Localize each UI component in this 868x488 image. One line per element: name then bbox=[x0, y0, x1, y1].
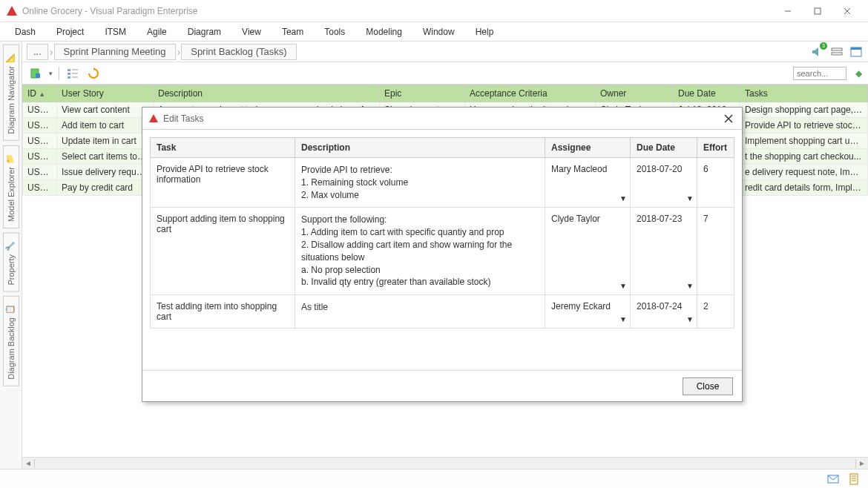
table-cell[interactable]: US025 bbox=[23, 102, 57, 118]
menu-view[interactable]: View bbox=[231, 24, 272, 40]
document-icon[interactable] bbox=[847, 472, 861, 486]
col-epic[interactable]: Epic bbox=[380, 85, 465, 102]
menu-window[interactable]: Window bbox=[412, 24, 465, 40]
due-date-cell[interactable]: 2018-07-23▼ bbox=[631, 208, 697, 295]
menu-help[interactable]: Help bbox=[465, 24, 504, 40]
task-row[interactable]: Provide API to retrieve stock informatio… bbox=[151, 158, 734, 208]
dialog-titlebar: Edit Tasks bbox=[142, 108, 742, 130]
table-cell[interactable]: Provide API to retrieve stock informati.… bbox=[740, 118, 868, 133]
status-bar bbox=[0, 469, 868, 488]
table-cell[interactable]: Design shopping cart page, Implemen... bbox=[740, 102, 868, 118]
task-name-cell[interactable]: Provide API to retrieve stock informatio… bbox=[151, 158, 295, 208]
menu-diagram[interactable]: Diagram bbox=[177, 24, 231, 40]
task-description-cell[interactable]: As title bbox=[295, 295, 545, 329]
menu-agile[interactable]: Agile bbox=[137, 24, 177, 40]
refresh-icon[interactable] bbox=[86, 66, 101, 81]
mail-icon[interactable] bbox=[826, 472, 840, 486]
switch-view-icon[interactable] bbox=[829, 44, 844, 59]
menu-itsm[interactable]: ITSM bbox=[94, 24, 137, 40]
menu-modeling[interactable]: Modeling bbox=[355, 24, 412, 40]
breadcrumb-sprint-backlog[interactable]: Sprint Backlog (Tasks) bbox=[181, 44, 296, 60]
dropdown-arrow-icon[interactable]: ▼ bbox=[686, 315, 694, 323]
sidetab-diagram-backlog[interactable]: Diagram Backlog 📋 bbox=[3, 296, 19, 386]
menu-dash[interactable]: Dash bbox=[4, 24, 46, 40]
assignee-cell[interactable]: Clyde Taylor▼ bbox=[545, 208, 631, 295]
window-close-button[interactable] bbox=[832, 0, 862, 22]
table-cell[interactable]: redit card details form, Imple... bbox=[740, 180, 868, 196]
chevron-right-icon: › bbox=[177, 46, 181, 58]
task-row[interactable]: Support adding item to shopping cartSupp… bbox=[151, 208, 734, 295]
dlg-col-assignee[interactable]: Assignee bbox=[545, 138, 631, 158]
dlg-col-effort[interactable]: Effort bbox=[697, 138, 734, 158]
table-cell[interactable]: US028 bbox=[23, 149, 57, 165]
assignee-cell[interactable]: Mary Macleod▼ bbox=[545, 158, 631, 208]
announce-icon[interactable]: 3 bbox=[810, 44, 825, 59]
col-due-date[interactable]: Due Date bbox=[674, 85, 740, 102]
dropdown-arrow-icon[interactable]: ▼ bbox=[619, 282, 627, 290]
search-input[interactable] bbox=[793, 67, 846, 80]
due-date-cell[interactable]: 2018-07-20▼ bbox=[631, 158, 697, 208]
property-icon: 🔧 bbox=[5, 240, 17, 251]
table-cell[interactable]: Add item to cart bbox=[57, 118, 154, 133]
task-row[interactable]: Test adding item into shopping cartAs ti… bbox=[151, 295, 734, 329]
dropdown-arrow-icon[interactable]: ▼ bbox=[619, 194, 627, 202]
new-item-icon[interactable] bbox=[28, 66, 43, 81]
table-cell[interactable]: US029 bbox=[23, 165, 57, 180]
menu-team[interactable]: Team bbox=[272, 24, 314, 40]
window-title: Online Grocery - Visual Paradigm Enterpr… bbox=[22, 6, 773, 16]
scroll-right-icon[interactable]: ► bbox=[856, 459, 868, 467]
table-cell[interactable]: t the shopping cart checkou... bbox=[740, 149, 868, 165]
sidetab-property[interactable]: Property 🔧 bbox=[3, 233, 19, 292]
col-description[interactable]: Description bbox=[154, 85, 380, 102]
breadcrumb: ... › Sprint Planning Meeting › Sprint B… bbox=[22, 42, 868, 62]
dlg-col-description[interactable]: Description bbox=[295, 138, 545, 158]
scroll-left-icon[interactable]: ◄ bbox=[22, 459, 34, 467]
task-name-cell[interactable]: Support adding item to shopping cart bbox=[151, 208, 295, 295]
dialog-close-button[interactable] bbox=[721, 111, 736, 126]
table-cell[interactable]: US026 bbox=[23, 118, 57, 133]
task-description-cell[interactable]: Provide API to retrieve:1. Remaining sto… bbox=[295, 158, 545, 208]
task-description-cell[interactable]: Support the following:1. Adding item to … bbox=[295, 208, 545, 295]
menu-tools[interactable]: Tools bbox=[314, 24, 355, 40]
table-cell[interactable]: Implement shopping cart update logic... bbox=[740, 133, 868, 149]
task-name-cell[interactable]: Test adding item into shopping cart bbox=[151, 295, 295, 329]
col-tasks[interactable]: Tasks bbox=[740, 85, 868, 102]
table-cell[interactable]: US027 bbox=[23, 133, 57, 149]
col-owner[interactable]: Owner bbox=[596, 85, 674, 102]
assignee-cell[interactable]: Jeremy Eckard▼ bbox=[545, 295, 631, 329]
window-maximize-button[interactable] bbox=[803, 0, 832, 22]
dlg-col-due-date[interactable]: Due Date bbox=[631, 138, 697, 158]
dialog-close-footer-button[interactable]: Close bbox=[683, 377, 733, 395]
table-cell[interactable]: e delivery request note, Imple... bbox=[740, 165, 868, 180]
dropdown-arrow-icon[interactable]: ▼ bbox=[686, 282, 694, 290]
sidetab-diagram-navigator[interactable]: Diagram Navigator 📐 bbox=[3, 44, 19, 141]
dlg-col-task[interactable]: Task bbox=[151, 138, 295, 158]
sidetab-model-explorer[interactable]: Model Explorer 📁 bbox=[3, 145, 19, 228]
dropdown-arrow-icon[interactable]: ▼ bbox=[686, 194, 694, 202]
diagram-navigator-icon: 📐 bbox=[5, 51, 17, 63]
table-cell[interactable]: Pay by credit card bbox=[57, 180, 154, 196]
menu-project[interactable]: Project bbox=[46, 24, 94, 40]
window-minimize-button[interactable] bbox=[773, 0, 803, 22]
breadcrumb-sprint-planning[interactable]: Sprint Planning Meeting bbox=[54, 44, 176, 60]
horizontal-scrollbar[interactable]: ◄ ► bbox=[22, 457, 868, 469]
dropdown-arrow-icon[interactable]: ▾ bbox=[49, 70, 53, 77]
table-cell[interactable]: US032 bbox=[23, 180, 57, 196]
effort-cell[interactable]: 7 bbox=[697, 208, 734, 295]
table-cell[interactable]: Select cart items to ch... bbox=[57, 149, 154, 165]
due-date-cell[interactable]: 2018-07-24▼ bbox=[631, 295, 697, 329]
table-cell[interactable]: View cart content bbox=[57, 102, 154, 118]
breadcrumb-ellipsis[interactable]: ... bbox=[27, 44, 48, 60]
effort-cell[interactable]: 2 bbox=[697, 295, 734, 329]
list-view-icon[interactable] bbox=[65, 66, 80, 81]
dropdown-arrow-icon[interactable]: ▼ bbox=[619, 315, 627, 323]
col-acceptance[interactable]: Acceptance Criteria bbox=[465, 85, 596, 102]
col-user-story[interactable]: User Story bbox=[57, 85, 154, 102]
effort-cell[interactable]: 6 bbox=[697, 158, 734, 208]
search-go-icon[interactable]: ◆ bbox=[855, 68, 862, 79]
col-id[interactable]: ID ▲ bbox=[23, 85, 57, 102]
diagram-backlog-icon: 📋 bbox=[5, 303, 17, 314]
table-cell[interactable]: Update item in cart bbox=[57, 133, 154, 149]
table-cell[interactable]: Issue delivery reques... bbox=[57, 165, 154, 180]
panel-icon[interactable] bbox=[849, 44, 864, 59]
